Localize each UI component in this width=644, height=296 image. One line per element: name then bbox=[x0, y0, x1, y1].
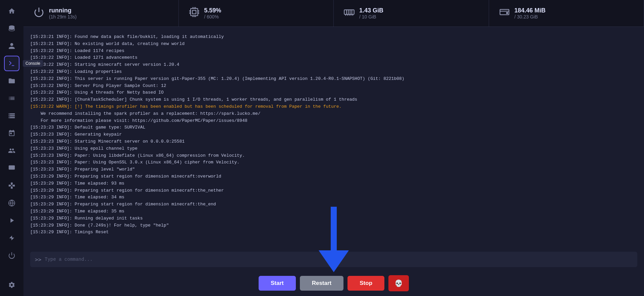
svg-rect-6 bbox=[191, 8, 198, 15]
console-line: [15:23:29 INFO]: Preparing start region … bbox=[30, 201, 637, 208]
console-line: [15:23:22 INFO]: Starting minecraft serv… bbox=[30, 61, 637, 68]
ram-sub: / 10 GiB bbox=[359, 14, 383, 19]
console-line: [15:23:22 WARN]: [!] The timings profile… bbox=[30, 103, 637, 110]
sidebar-item-network[interactable] bbox=[4, 178, 19, 193]
command-input-wrapper: >> bbox=[30, 252, 637, 267]
status-main: running bbox=[49, 7, 76, 14]
stat-status: running (1h 29m 13s) bbox=[23, 0, 179, 27]
stats-bar: running (1h 29m 13s) 5.59% / 600% 1.43 G… bbox=[23, 0, 644, 27]
ram-icon bbox=[344, 7, 355, 20]
sidebar-item-plugins[interactable] bbox=[4, 230, 19, 246]
stat-cpu: 5.59% / 600% bbox=[179, 0, 334, 27]
svg-point-32 bbox=[506, 12, 508, 13]
sidebar-item-globe[interactable] bbox=[4, 195, 19, 211]
cpu-sub: / 600% bbox=[204, 14, 221, 19]
console-line: [15:23:22 INFO]: This server is running … bbox=[30, 76, 637, 83]
console-line: [15:23:22 INFO]: [ChunkTaskScheduler] Ch… bbox=[30, 96, 637, 103]
sidebar-item-home[interactable] bbox=[4, 3, 19, 19]
console-line: [15:23:29 INFO]: Time elapsed: 35 ms bbox=[30, 208, 637, 215]
svg-rect-2 bbox=[9, 165, 15, 170]
sidebar-item-users[interactable] bbox=[4, 143, 19, 158]
skull-button[interactable]: 💀 bbox=[388, 275, 409, 291]
console-line: [15:23:23 INFO]: Generating keypair bbox=[30, 131, 637, 138]
sidebar-item-files[interactable] bbox=[4, 73, 19, 89]
status-text: running (1h 29m 13s) bbox=[49, 7, 76, 19]
console-line: [15:23:21 INFO]: No existing world data,… bbox=[30, 41, 637, 48]
sidebar-item-console[interactable]: Console bbox=[4, 56, 19, 71]
console-line: [15:23:23 INFO]: Paper: Using libdeflate… bbox=[30, 152, 637, 159]
console-line: [15:23:23 INFO]: Paper: Using OpenSSL 3.… bbox=[30, 159, 637, 166]
status-sub: (1h 29m 13s) bbox=[49, 14, 76, 19]
console-line: [15:23:23 INFO]: Using epoll channel typ… bbox=[30, 145, 637, 152]
console-output[interactable]: [15:23:21 INFO]: Found new data pack fil… bbox=[23, 30, 644, 248]
console-wrapper: [15:23:21 INFO]: Found new data pack fil… bbox=[23, 27, 644, 296]
disk-sub: / 30.23 GiB bbox=[515, 14, 546, 19]
disk-main: 184.46 MiB bbox=[515, 7, 546, 14]
sidebar-item-database[interactable] bbox=[4, 21, 19, 36]
command-prompt-icon: >> bbox=[35, 256, 41, 263]
console-line: [15:23:29 INFO]: Time elapsed: 93 ms bbox=[30, 180, 637, 187]
console-line: [15:23:23 INFO]: Default game type: SURV… bbox=[30, 124, 637, 131]
console-line: [15:23:22 INFO]: Loaded 1174 recipes bbox=[30, 48, 637, 55]
restart-button[interactable]: Restart bbox=[300, 276, 344, 291]
console-line: [15:23:21 INFO]: Found new data pack fil… bbox=[30, 34, 637, 41]
stop-button[interactable]: Stop bbox=[347, 276, 384, 291]
sidebar-item-backups[interactable] bbox=[4, 160, 19, 176]
stat-ram: 1.43 GiB / 10 GiB bbox=[334, 0, 489, 27]
command-input[interactable] bbox=[45, 257, 633, 262]
sidebar-item-tasks[interactable] bbox=[4, 91, 19, 106]
console-line: [15:23:29 INFO]: Timings Reset bbox=[30, 229, 637, 236]
ram-text: 1.43 GiB / 10 GiB bbox=[359, 7, 383, 19]
start-button[interactable]: Start bbox=[259, 276, 296, 291]
stat-disk: 184.46 MiB / 30.23 GiB bbox=[489, 0, 644, 27]
sidebar-item-settings[interactable] bbox=[4, 277, 19, 293]
console-line: [15:23:29 INFO]: Done (7.249s)! For help… bbox=[30, 222, 637, 229]
sidebar-item-schedule[interactable] bbox=[4, 126, 19, 141]
main-content: running (1h 29m 13s) 5.59% / 600% 1.43 G… bbox=[23, 0, 644, 296]
action-bar: Start Restart Stop 💀 bbox=[23, 270, 644, 296]
sidebar: Console bbox=[0, 0, 23, 296]
console-line: We recommend installing the spark profil… bbox=[30, 110, 637, 117]
console-line: [15:23:22 INFO]: Using 4 threads for Net… bbox=[30, 89, 637, 96]
console-line: [15:23:22 INFO]: Loading properties bbox=[30, 68, 637, 76]
console-line: [15:23:22 INFO]: Loaded 1271 advancement… bbox=[30, 54, 637, 61]
cpu-main: 5.59% bbox=[204, 7, 221, 14]
sidebar-item-startup[interactable] bbox=[4, 213, 19, 228]
console-line: [15:23:29 INFO]: Preparing start region … bbox=[30, 187, 637, 194]
disk-icon bbox=[499, 7, 510, 20]
cpu-text: 5.59% / 600% bbox=[204, 7, 221, 19]
sidebar-item-storage[interactable] bbox=[4, 108, 19, 124]
console-line: [15:23:23 INFO]: Starting Minecraft serv… bbox=[30, 138, 637, 145]
power-status-icon bbox=[34, 7, 44, 20]
console-line: [15:23:29 INFO]: Running delayed init ta… bbox=[30, 215, 637, 222]
sidebar-item-power[interactable] bbox=[4, 248, 19, 263]
console-line: [15:23:29 INFO]: Time elapsed: 34 ms bbox=[30, 194, 637, 201]
console-line: For more information please visit: https… bbox=[30, 117, 637, 125]
console-line: [15:23:23 INFO]: Preparing level "world" bbox=[30, 166, 637, 173]
svg-rect-7 bbox=[192, 10, 196, 14]
cpu-icon bbox=[189, 7, 200, 20]
ram-main: 1.43 GiB bbox=[359, 7, 383, 14]
disk-text: 184.46 MiB / 30.23 GiB bbox=[515, 7, 546, 19]
svg-rect-20 bbox=[344, 10, 354, 14]
sidebar-item-user[interactable] bbox=[4, 38, 19, 54]
console-line: [15:23:29 INFO]: Preparing start region … bbox=[30, 173, 637, 180]
console-line: [15:23:22 INFO]: Server Ping Player Samp… bbox=[30, 83, 637, 90]
